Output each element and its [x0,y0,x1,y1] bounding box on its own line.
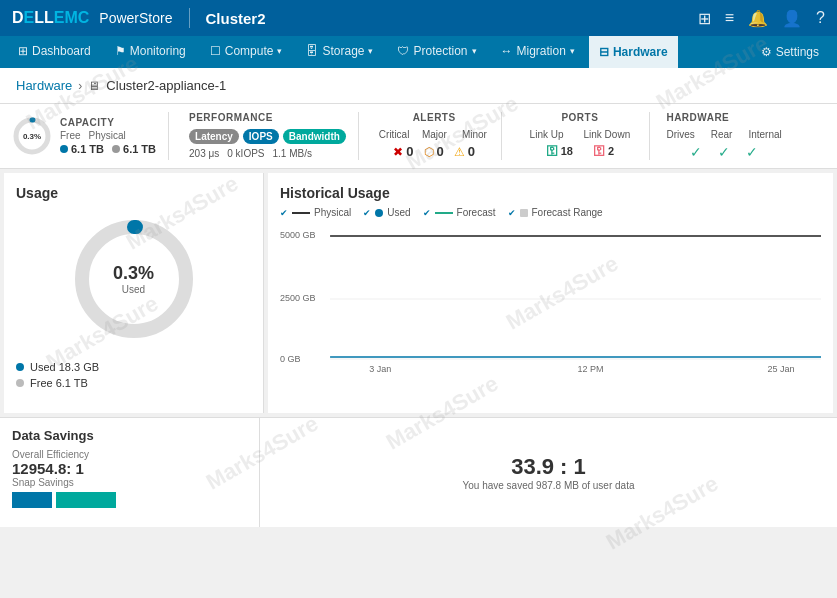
nav-protection[interactable]: 🛡 Protection ▾ [387,36,486,68]
data-savings-panel: Data Savings Overall Efficiency 12954.8:… [0,418,260,527]
overall-efficiency-value: 12954.8: 1 [12,460,247,477]
bandwidth-badge: Bandwidth [283,129,346,144]
nav-settings[interactable]: ⚙ Settings [751,36,829,68]
capacity-values: 6.1 TB 6.1 TB [60,143,156,155]
hardware-statuses: ✓ ✓ ✓ [666,144,781,160]
navigation-bar: ⊞ Dashboard ⚑ Monitoring ☐ Compute ▾ 🗄 S… [0,36,837,68]
critical-icon: ✖ [393,145,403,159]
settings-icon: ⚙ [761,45,772,59]
major-label: Major [419,129,449,140]
dashboard-icon: ⊞ [18,44,28,58]
storage-icon: 🗄 [306,44,318,58]
forecast-legend: ✔ Forecast [423,207,496,218]
user-icon[interactable]: 👤 [782,9,802,28]
nav-monitoring[interactable]: ⚑ Monitoring [105,36,196,68]
usage-percent: 0.3% [113,263,154,284]
link-down-label: Link Down [584,129,631,140]
internal-label: Internal [748,129,781,140]
usage-title: Usage [16,185,251,201]
brand-section: DELLEMC PowerStore Cluster2 [12,8,266,28]
link-down-icon: ⚿ [593,144,605,158]
nav-monitoring-label: Monitoring [130,44,186,58]
monitoring-icon: ⚑ [115,44,126,58]
legend-used-label: Used 18.3 GB [30,361,99,373]
x-label-jan3: 3 Jan [369,364,391,374]
nav-migration-label: Migration [517,44,566,58]
history-panel: Historical Usage ✔ Physical ✔ Used ✔ For… [268,173,833,413]
physical-legend-check: ✔ [280,208,288,218]
data-savings-title: Data Savings [12,428,247,443]
header-icons-group: ⊞ ≡ 🔔 👤 ? [698,9,825,28]
protection-dropdown-icon: ▾ [472,46,477,56]
iops-value: 0 kIOPS [227,148,264,159]
overall-efficiency-label: Overall Efficiency [12,449,247,460]
alerts-card: ALERTS Critical Major Minor ✖ 0 ⬡ 0 ⚠ 0 [367,112,503,160]
latency-badge: Latency [189,129,239,144]
physical-legend-label: Physical [314,207,351,218]
bar-seg-1 [12,492,52,508]
minor-label: Minor [459,129,489,140]
nav-hardware-label: Hardware [613,45,668,59]
bandwidth-value: 1.1 MB/s [273,148,312,159]
help-icon[interactable]: ? [816,9,825,27]
nav-migration[interactable]: ↔ Migration ▾ [491,36,585,68]
app-header: DELLEMC PowerStore Cluster2 ⊞ ≡ 🔔 👤 ? [0,0,837,36]
forecast-range-label: Forecast Range [532,207,603,218]
physical-value: 6.1 TB [112,143,156,155]
header-divider [189,8,190,28]
ports-card: PORTS Link Up Link Down ⚿ 18 ⚿ 2 [510,112,650,160]
capacity-card: 0.3% CAPACITY Free Physical 6.1 TB 6.1 T… [12,112,169,160]
major-count: 0 [437,144,444,159]
major-icon: ⬡ [424,145,434,159]
forecast-legend-check: ✔ [423,208,431,218]
menu-icon[interactable]: ≡ [725,9,734,27]
usage-legend: Used 18.3 GB Free 6.1 TB [16,361,251,389]
snap-savings-label: Snap Savings [12,477,247,488]
performance-title: PERFORMANCE [189,112,346,123]
rear-status: ✓ [718,144,730,160]
ports-values: ⚿ 18 ⚿ 2 [522,144,637,158]
main-content: Usage 0.3% Used Used 18.3 GB Free 6.1 TB… [0,169,837,417]
y-label-5000: 5000 GB [280,230,316,240]
forecast-range-box [520,209,528,217]
nav-storage-label: Storage [322,44,364,58]
migration-icon: ↔ [501,44,513,58]
apps-icon[interactable]: ⊞ [698,9,711,28]
bottom-section: Data Savings Overall Efficiency 12954.8:… [0,417,837,527]
link-down-value: ⚿ 2 [593,144,614,158]
nav-hardware[interactable]: ⊟ Hardware [589,36,678,68]
drives-label: Drives [666,129,694,140]
bell-icon[interactable]: 🔔 [748,9,768,28]
y-label-0: 0 GB [280,354,301,364]
usage-donut-label: 0.3% Used [113,263,154,295]
major-alert: ⬡ 0 [424,144,444,159]
free-dot [60,145,68,153]
capacity-ring: 0.3% [12,116,52,156]
usage-panel: Usage 0.3% Used Used 18.3 GB Free 6.1 TB [4,173,264,413]
physical-legend: ✔ Physical [280,207,351,218]
legend-free-label: Free 6.1 TB [30,377,88,389]
used-legend-check: ✔ [363,208,371,218]
nav-dashboard[interactable]: ⊞ Dashboard [8,36,101,68]
physical-legend-line [292,212,310,214]
alerts-title: ALERTS [379,112,490,123]
hardware-headers: Drives Rear Internal [666,129,781,140]
x-label-jan25: 25 Jan [767,364,794,374]
history-chart-svg: 5000 GB 2500 GB 0 GB 3 Jan 12 PM 25 Jan [280,224,821,374]
breadcrumb: Hardware › 🖥 Cluster2-appliance-1 [0,68,837,104]
legend-free: Free 6.1 TB [16,377,251,389]
nav-storage[interactable]: 🗄 Storage ▾ [296,36,383,68]
used-dot [16,363,24,371]
savings-bars [12,492,247,508]
alerts-values: ✖ 0 ⬡ 0 ⚠ 0 [379,144,490,159]
compute-dropdown-icon: ▾ [277,46,282,56]
physical-label: Physical [89,130,126,141]
ports-headers: Link Up Link Down [522,129,637,140]
minor-alert: ⚠ 0 [454,144,475,159]
nav-compute[interactable]: ☐ Compute ▾ [200,36,293,68]
critical-alert: ✖ 0 [393,144,413,159]
iops-badge: IOPS [243,129,279,144]
nav-protection-label: Protection [413,44,467,58]
performance-card: PERFORMANCE Latency IOPS Bandwidth 203 μ… [177,112,359,160]
breadcrumb-parent-link[interactable]: Hardware [16,78,72,93]
